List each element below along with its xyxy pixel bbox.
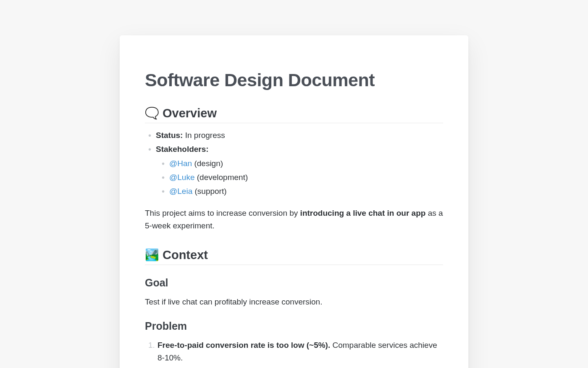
status-value-text: In progress [185,131,225,140]
problem-item: Free-to-paid conversion rate is too low … [152,339,443,364]
overview-heading: 🗨️ Overview [145,106,443,123]
stakeholders-label: Stakeholders: [156,145,209,154]
stakeholder-role-text: (support) [195,187,227,196]
page-title: Software Design Document [145,70,443,90]
mention-luke[interactable]: @Luke [169,173,195,182]
overview-heading-text: Overview [163,106,217,120]
problem-list: Free-to-paid conversion rate is too low … [145,339,443,368]
stakeholder-item: @Han (design) [167,157,443,170]
problem-heading: Problem [145,320,443,332]
document-card: Software Design Document 🗨️ Overview Sta… [120,35,468,368]
mention-leia[interactable]: @Leia [169,187,192,196]
context-heading-text: Context [163,248,208,262]
problem-item: Prior support tickets and survey results… [152,365,443,368]
overview-summary: This project aims to increase conversion… [145,207,443,232]
problem-bold: Free-to-paid conversion rate is too low … [158,341,330,349]
status-item: Status: In progress [153,129,443,142]
stakeholders-item: Stakeholders: @Han (design) @Luke (devel… [153,143,443,198]
summary-pre: This project aims to increase conversion… [145,209,300,217]
stakeholder-role-text: (design) [194,159,223,168]
landscape-icon: 🏞️ [145,249,159,261]
speech-bubble-icon: 🗨️ [145,108,159,119]
overview-list: Status: In progress Stakeholders: @Han (… [145,129,443,198]
stakeholder-item: @Luke (development) [167,171,443,184]
stakeholders-list: @Han (design) @Luke (development) @Leia … [156,157,443,198]
summary-bold: introducing a live chat in our app [300,209,426,217]
status-label: Status: [156,131,183,140]
stakeholder-item: @Leia (support) [167,185,443,198]
goal-heading: Goal [145,277,443,289]
stakeholder-role-text: (development) [197,173,248,182]
mention-han[interactable]: @Han [169,159,192,168]
context-heading: 🏞️ Context [145,248,443,265]
goal-text: Test if live chat can profitably increas… [145,296,443,308]
